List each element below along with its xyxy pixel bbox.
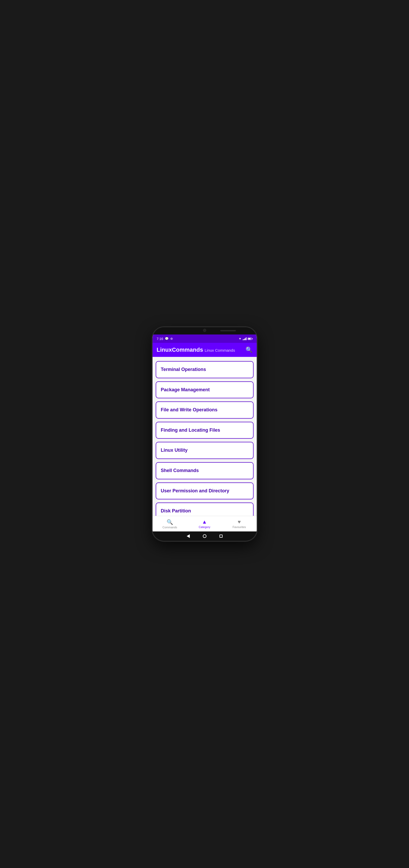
back-button[interactable] — [187, 534, 190, 538]
category-label-disk-partition: Disk Partition — [161, 508, 191, 514]
nav-item-commands[interactable]: 🔍Commands — [152, 517, 187, 530]
home-button[interactable] — [203, 534, 206, 538]
android-nav — [152, 531, 257, 541]
bottom-nav: 🔍Commands▲Category♥Favourites — [152, 516, 257, 531]
category-label-user-permission-directory: User Permission and Directory — [161, 488, 229, 494]
category-label-terminal-operations: Terminal Operations — [161, 367, 206, 373]
app-name: LinuxCommands — [157, 346, 203, 353]
category-label-linux-utility: Linux Utility — [161, 447, 188, 453]
app-header: LinuxCommands Linux Commands 🔍 — [152, 343, 257, 357]
search-icon[interactable]: 🔍 — [245, 346, 252, 353]
nav-item-category[interactable]: ▲Category — [187, 517, 222, 530]
category-item-linux-utility[interactable]: Linux Utility — [156, 442, 253, 459]
data-icon: ⊛ — [170, 337, 173, 340]
category-item-file-write-operations[interactable]: File and Write Operations — [156, 401, 253, 418]
category-item-finding-locating-files[interactable]: Finding and Locating Files — [156, 422, 253, 439]
nav-label-favourites: Favourites — [233, 525, 246, 529]
status-time: 7:16 — [157, 337, 163, 341]
signal-bars — [243, 337, 246, 340]
category-label-file-write-operations: File and Write Operations — [161, 407, 218, 413]
nav-icon-category: ▲ — [202, 519, 207, 525]
nav-item-favourites[interactable]: ♥Favourites — [222, 517, 257, 530]
nav-label-category: Category — [199, 525, 210, 529]
speaker — [220, 330, 236, 331]
category-item-shell-commands[interactable]: Shell Commands — [156, 462, 253, 479]
category-list: Terminal OperationsPackage ManagementFil… — [152, 357, 257, 516]
nav-icon-favourites: ♥ — [238, 519, 241, 525]
phone-frame: 7:16 💬 ⊛ ▼ LinuxCommands — [152, 327, 257, 541]
nav-icon-commands: 🔍 — [167, 519, 173, 525]
header-title-group: LinuxCommands Linux Commands — [157, 346, 235, 353]
category-item-user-permission-directory[interactable]: User Permission and Directory — [156, 483, 253, 500]
category-label-finding-locating-files: Finding and Locating Files — [161, 428, 220, 433]
message-icon: 💬 — [165, 337, 169, 340]
status-bar: 7:16 💬 ⊛ ▼ — [152, 335, 257, 343]
category-item-terminal-operations[interactable]: Terminal Operations — [156, 361, 253, 378]
camera — [203, 329, 206, 332]
nav-label-commands: Commands — [163, 526, 177, 529]
phone-top-bar — [152, 327, 257, 335]
app-subtitle: Linux Commands — [205, 348, 235, 352]
category-item-package-management[interactable]: Package Management — [156, 381, 253, 399]
category-label-shell-commands: Shell Commands — [161, 468, 199, 474]
recents-button[interactable] — [219, 534, 223, 538]
screen: 7:16 💬 ⊛ ▼ LinuxCommands — [152, 335, 257, 531]
status-left: 7:16 💬 ⊛ — [157, 337, 173, 341]
battery-icon — [247, 338, 252, 340]
status-icons: ▼ — [239, 337, 252, 340]
category-item-disk-partition[interactable]: Disk Partition — [156, 502, 253, 516]
wifi-icon: ▼ — [239, 337, 242, 340]
category-label-package-management: Package Management — [161, 387, 210, 393]
